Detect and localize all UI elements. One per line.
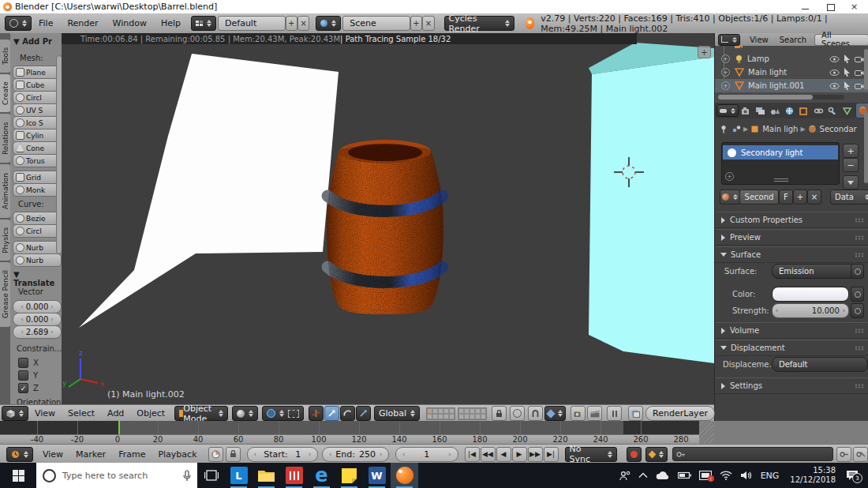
add-layout-button[interactable]: + xyxy=(286,16,297,31)
selectable-cursor-icon[interactable] xyxy=(844,81,851,90)
browse-material-button[interactable] xyxy=(720,190,740,205)
surface-node-button[interactable] xyxy=(851,264,864,279)
fake-user-button[interactable]: F xyxy=(779,190,793,205)
renderability-camera-icon[interactable] xyxy=(855,69,864,77)
view3d-menu-object[interactable]: Object xyxy=(130,408,171,419)
outliner-horizontal-scrollbar[interactable] xyxy=(718,95,844,99)
node-icon[interactable] xyxy=(732,125,741,133)
language-indicator[interactable]: ENG xyxy=(761,471,780,481)
tab-physics[interactable]: Physics xyxy=(0,220,10,261)
constraint-z-checkbox[interactable]: ✓Z xyxy=(18,383,39,393)
tab-constraints[interactable] xyxy=(812,103,825,118)
active-keying-set-field[interactable] xyxy=(672,447,833,461)
render-layer-icon-button[interactable] xyxy=(628,406,643,421)
current-frame-marker[interactable] xyxy=(118,421,120,434)
vector-y-field[interactable]: ‹0.000› xyxy=(13,313,62,326)
render-opengl-anim-button[interactable] xyxy=(587,406,602,421)
mode-select[interactable]: Object Mode xyxy=(174,406,228,421)
add-grid-button[interactable]: Grid xyxy=(13,171,62,184)
tab-render[interactable] xyxy=(739,103,753,118)
menu-render[interactable]: Render xyxy=(60,18,105,28)
people-icon[interactable] xyxy=(619,471,630,481)
material-slot-selected[interactable]: Secondary light xyxy=(723,145,838,160)
minimize-button[interactable] xyxy=(800,3,811,11)
add-cylinder-button[interactable]: Cylin xyxy=(13,129,62,142)
properties-editor-type-button[interactable] xyxy=(716,104,739,117)
tab-scene[interactable] xyxy=(769,103,782,118)
app-sticky-notes[interactable] xyxy=(335,463,363,488)
view3d-menu-view[interactable]: View xyxy=(28,408,62,419)
strength-slider[interactable]: ‹10.000› xyxy=(772,303,849,318)
section-custom-properties[interactable]: Custom Properties xyxy=(715,212,868,228)
breadcrumb-material[interactable]: Secondar xyxy=(820,125,857,133)
viewport-region-expand-button[interactable]: + xyxy=(698,46,711,58)
visibility-eye-icon[interactable] xyxy=(829,55,840,63)
outliner-vertical-scrollbar[interactable] xyxy=(864,49,868,90)
close-button[interactable]: × xyxy=(851,3,862,11)
constraint-y-checkbox[interactable]: Y xyxy=(18,370,38,381)
secondary-light-plane[interactable] xyxy=(589,57,714,363)
insert-keyframe-button[interactable] xyxy=(836,447,851,462)
properties-scrollbar[interactable] xyxy=(864,112,868,183)
jump-to-start-button[interactable]: |◀ xyxy=(465,447,480,462)
manipulator-translate-button[interactable] xyxy=(324,406,339,421)
add-bezier-button[interactable]: Bezie xyxy=(13,212,62,225)
app-file-explorer[interactable] xyxy=(253,463,280,488)
delete-keyframe-button[interactable] xyxy=(853,447,868,462)
add-nurbs-curve-button[interactable]: Nurb xyxy=(13,241,62,254)
action-center-icon[interactable]: 3 xyxy=(846,470,859,481)
proportional-edit-button[interactable] xyxy=(510,406,525,421)
add-curve-circle-button[interactable]: Circl xyxy=(13,224,62,238)
visibility-eye-icon[interactable] xyxy=(829,82,840,90)
scene-field[interactable]: Scene xyxy=(342,16,410,31)
snap-element-select[interactable] xyxy=(544,406,566,421)
maximize-button[interactable] xyxy=(825,3,836,11)
show-hidden-icons-chevron[interactable] xyxy=(638,472,648,479)
section-surface[interactable]: Surface xyxy=(715,246,868,263)
render-layer-field[interactable]: RenderLayer xyxy=(645,406,715,421)
tab-object-data[interactable] xyxy=(840,103,854,118)
add-monkey-button[interactable]: Monk xyxy=(13,183,62,197)
sync-mode-select[interactable]: No Sync xyxy=(565,447,617,462)
add-torus-button[interactable]: Torus xyxy=(13,154,62,167)
tab-modifiers[interactable] xyxy=(826,103,840,118)
section-volume[interactable]: Volume xyxy=(715,322,868,339)
app-l-tile[interactable]: L xyxy=(225,463,253,488)
current-frame-field[interactable]: ‹1› xyxy=(395,447,458,462)
shelf-scrollbar[interactable] xyxy=(56,55,62,254)
outliner-menu-search[interactable]: Search xyxy=(780,36,806,44)
all-scenes-filter[interactable]: All Scenes xyxy=(814,34,868,46)
manipulator-axes-button[interactable] xyxy=(309,406,324,421)
layers-widget-1[interactable] xyxy=(426,407,455,420)
end-frame-field[interactable]: ‹End:250› xyxy=(322,447,389,462)
slot-expand-icon[interactable]: + xyxy=(725,172,734,181)
unlink-material-button[interactable]: × xyxy=(807,190,821,205)
taskbar-search-input[interactable]: Type here to search xyxy=(36,463,197,488)
tab-create[interactable]: Create xyxy=(0,74,10,112)
transform-orientation-select[interactable]: Global xyxy=(374,406,420,421)
vector-z-field[interactable]: ‹2.689› xyxy=(13,325,62,339)
view3d-editor-type-button[interactable] xyxy=(2,406,28,421)
app-word[interactable]: W xyxy=(363,463,391,488)
screen-layout-field[interactable]: Default xyxy=(218,16,286,31)
jump-prev-keyframe-button[interactable]: ◀◀ xyxy=(481,447,496,462)
surface-type-select[interactable]: Emission xyxy=(772,264,862,279)
timeline-menu-view[interactable]: View xyxy=(36,449,69,460)
slot-specials-menu-button[interactable] xyxy=(843,175,859,190)
selectable-cursor-icon[interactable] xyxy=(844,54,851,63)
timeline-corner-grip[interactable] xyxy=(699,421,714,444)
outliner-row-lamp[interactable]: + Lamp xyxy=(715,52,868,66)
manipulator-scale-button[interactable] xyxy=(356,406,371,421)
renderability-camera-icon[interactable] xyxy=(855,82,864,90)
new-material-button[interactable]: + xyxy=(793,190,807,205)
outliner-menu-view[interactable]: View xyxy=(750,36,769,44)
editor-type-info-button[interactable] xyxy=(5,16,32,31)
delete-layout-button[interactable]: × xyxy=(297,16,309,31)
breadcrumb-object[interactable]: Main ligh xyxy=(762,125,798,133)
battery-icon[interactable] xyxy=(678,471,691,479)
translate-panel-header[interactable]: ▼ Translate xyxy=(13,270,62,287)
pause-render-button[interactable] xyxy=(607,406,622,421)
jump-next-keyframe-button[interactable]: ▶▶ xyxy=(528,447,543,462)
start-button[interactable] xyxy=(0,463,36,488)
jump-to-end-button[interactable]: ▶| xyxy=(544,447,559,462)
